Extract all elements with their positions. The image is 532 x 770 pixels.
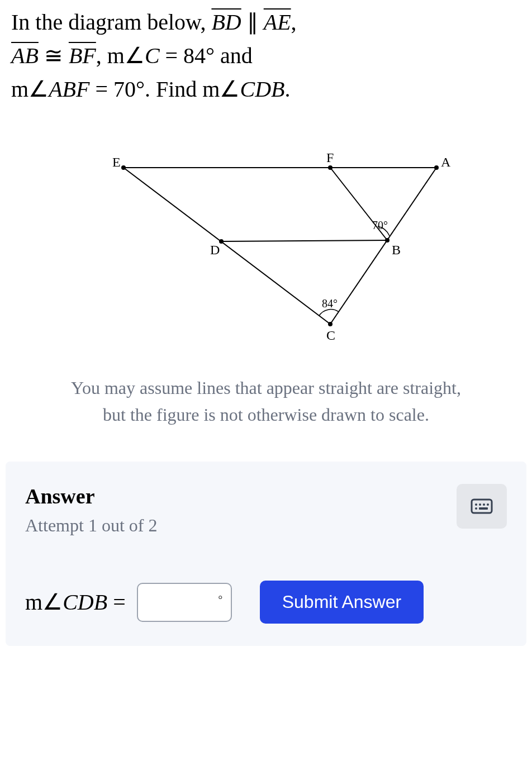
answer-section: Answer Attempt 1 out of 2 m∠CDB = ∘ Subm… <box>6 462 526 646</box>
note-line2: but the figure is not otherwise drawn to… <box>103 405 429 425</box>
submit-button[interactable]: Submit Answer <box>260 581 424 624</box>
segment-bd: BD <box>211 9 241 35</box>
parallel-symbol: ∥ <box>241 9 264 35</box>
svg-line-4 <box>221 240 387 241</box>
angle-abf-var: ABF <box>49 77 89 102</box>
svg-rect-17 <box>479 507 488 510</box>
input-wrapper: ∘ <box>137 583 232 622</box>
label-a: A <box>441 155 451 169</box>
angle-c-var: C <box>145 43 160 68</box>
svg-point-6 <box>328 165 332 170</box>
segment-ae: AE <box>264 9 291 35</box>
attempt-counter: Attempt 1 out of 2 <box>25 515 157 536</box>
angle-cdb-var: CDB <box>240 77 284 102</box>
svg-point-10 <box>328 322 332 326</box>
comma: , <box>291 9 297 35</box>
comma: , <box>96 43 107 68</box>
angle-70-label: 70° <box>372 219 388 231</box>
geometry-diagram: E F A D B C 70° 84° <box>56 140 476 346</box>
congruent-symbol: ≅ <box>39 43 69 68</box>
label-d: D <box>210 243 220 257</box>
label-e: E <box>112 155 121 169</box>
label-b: B <box>392 243 401 257</box>
svg-line-1 <box>124 168 330 324</box>
text-intro: In the diagram below, <box>11 9 211 35</box>
svg-point-7 <box>434 165 439 170</box>
answer-label: m∠CDB = <box>25 589 126 615</box>
figure-note: You may assume lines that appear straigh… <box>0 363 532 450</box>
note-line1: You may assume lines that appear straigh… <box>71 378 461 398</box>
segment-bf: BF <box>69 43 96 68</box>
diagram-container: E F A D B C 70° 84° <box>0 117 532 363</box>
angle-c-prefix: m∠ <box>107 43 145 68</box>
answer-input-row: m∠CDB = ∘ Submit Answer <box>25 581 507 624</box>
svg-point-12 <box>475 503 477 506</box>
degree-symbol: ∘ <box>217 591 224 604</box>
problem-statement: In the diagram below, BD ∥ AE, AB ≅ BF, … <box>0 0 532 117</box>
answer-title: Answer <box>25 484 157 508</box>
angle-84-label: 84° <box>322 297 338 310</box>
svg-point-9 <box>385 238 390 243</box>
svg-rect-11 <box>472 500 492 513</box>
svg-point-14 <box>483 503 485 506</box>
segment-ab: AB <box>11 43 39 68</box>
angle-c-value: = 84° and <box>160 43 253 68</box>
label-f: F <box>326 150 334 165</box>
svg-line-2 <box>330 168 436 324</box>
keyboard-button[interactable] <box>457 484 507 529</box>
label-c: C <box>326 328 335 343</box>
svg-point-13 <box>479 503 481 506</box>
angle-abf-prefix: m∠ <box>11 77 49 102</box>
svg-point-5 <box>121 165 126 170</box>
angle-abf-value: = 70°. Find m∠ <box>89 77 240 102</box>
svg-point-15 <box>487 503 489 506</box>
keyboard-icon <box>471 498 493 514</box>
period: . <box>284 77 290 102</box>
svg-point-16 <box>475 507 477 510</box>
